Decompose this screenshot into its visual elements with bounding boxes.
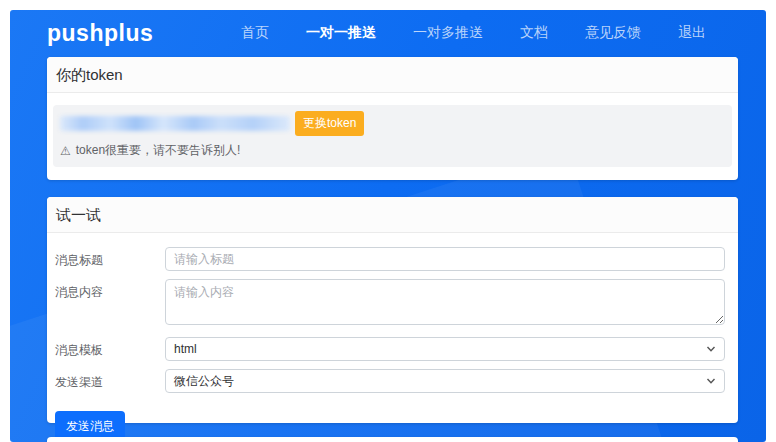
form-row-template: 消息模板 html <box>55 337 725 361</box>
channel-select[interactable]: 微信公众号 <box>165 369 725 393</box>
chevron-down-icon <box>706 344 716 354</box>
title-label: 消息标题 <box>55 247 165 271</box>
nav-menu: 首页 一对一推送 一对多推送 文档 意见反馈 退出 <box>241 24 706 42</box>
try-card-title: 试一试 <box>47 197 738 233</box>
token-panel: 更换token ⚠ token很重要，请不要告诉别人! <box>53 105 732 167</box>
nav-item-one-to-many-push[interactable]: 一对多推送 <box>413 24 483 42</box>
channel-select-value: 微信公众号 <box>174 373 706 390</box>
form-row-title: 消息标题 <box>55 247 725 271</box>
warning-icon: ⚠ <box>60 144 71 158</box>
channel-label: 发送渠道 <box>55 369 165 393</box>
token-card-title: 你的token <box>47 57 738 93</box>
brand-logo[interactable]: pushplus <box>47 20 153 47</box>
title-input[interactable] <box>165 247 725 271</box>
content-label: 消息内容 <box>55 279 165 325</box>
template-select[interactable]: html <box>165 337 725 361</box>
page-background: pushplus 首页 一对一推送 一对多推送 文档 意见反馈 退出 你的tok… <box>10 10 766 442</box>
change-token-button[interactable]: 更换token <box>295 111 364 136</box>
chevron-down-icon <box>706 376 716 386</box>
next-card-peek <box>47 437 738 442</box>
push-form: 消息标题 消息内容 消息模板 html <box>47 233 738 442</box>
nav-item-feedback[interactable]: 意见反馈 <box>585 24 641 42</box>
token-warning: ⚠ token很重要，请不要告诉别人! <box>60 142 728 159</box>
try-card: 试一试 消息标题 消息内容 消息模板 html <box>47 197 738 423</box>
form-row-content: 消息内容 <box>55 279 725 325</box>
token-value-redacted <box>60 116 290 131</box>
nav-item-one-to-one-push[interactable]: 一对一推送 <box>306 24 376 42</box>
nav-item-logout[interactable]: 退出 <box>678 24 706 42</box>
token-card: 你的token 更换token ⚠ token很重要，请不要告诉别人! <box>47 57 738 180</box>
nav-item-docs[interactable]: 文档 <box>520 24 548 42</box>
nav-item-home[interactable]: 首页 <box>241 24 269 42</box>
content-textarea[interactable] <box>165 279 725 325</box>
top-navbar: pushplus 首页 一对一推送 一对多推送 文档 意见反馈 退出 <box>10 10 766 56</box>
form-row-channel: 发送渠道 微信公众号 <box>55 369 725 393</box>
template-label: 消息模板 <box>55 337 165 361</box>
token-warning-text: token很重要，请不要告诉别人! <box>76 142 241 159</box>
template-select-value: html <box>174 342 706 356</box>
